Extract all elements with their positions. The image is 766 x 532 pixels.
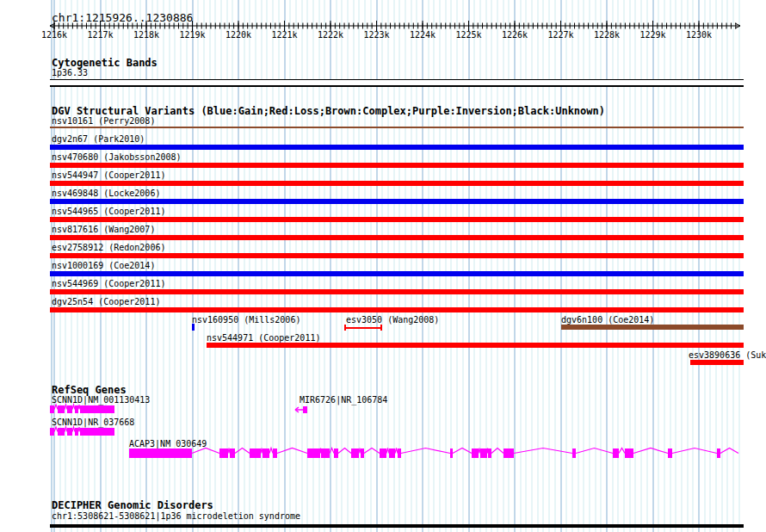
ibeam-cap-left xyxy=(344,325,346,331)
ruler-tick-label: 1225k xyxy=(455,30,481,40)
gene-label: MIR6726|NR_106784 xyxy=(300,395,387,405)
ruler-tick-label: 1230k xyxy=(686,30,712,40)
ruler xyxy=(0,0,766,47)
variant-bar[interactable] xyxy=(50,289,744,294)
variant-label: esv3050 (Wang2008) xyxy=(346,315,439,325)
variant-bar[interactable] xyxy=(690,360,744,365)
decipher-bar[interactable] xyxy=(50,524,744,528)
ruler-tick-label: 1223k xyxy=(363,30,389,40)
variant-bar[interactable] xyxy=(50,199,744,204)
ruler-tick-label: 1222k xyxy=(318,30,343,40)
variant-bar[interactable] xyxy=(561,325,744,330)
variant-bar[interactable] xyxy=(50,271,744,276)
ruler-tick-label: 1226k xyxy=(502,30,528,40)
variant-bar[interactable] xyxy=(207,343,744,348)
gene-label: SCNN1D|NM_001130413 xyxy=(52,395,150,405)
ruler-tick-label: 1221k xyxy=(271,30,297,40)
decipher-label: chr1:5308621-5308621|1p36 microdeletion … xyxy=(52,511,300,521)
variant-bar[interactable] xyxy=(50,127,744,128)
variant-label: dgv2n67 (Park2010) xyxy=(52,134,145,144)
variant-bar[interactable] xyxy=(50,235,744,240)
cytoband-label: 1p36.33 xyxy=(52,68,88,77)
variant-bar[interactable] xyxy=(50,307,744,312)
gene-label: SCNN1D|NR_037668 xyxy=(52,418,134,427)
ruler-tick-label: 1229k xyxy=(639,30,665,40)
ruler-tick-label: 1224k xyxy=(410,30,436,40)
variant-label: esv2758912 (Redon2006) xyxy=(52,243,165,252)
variant-label: nsv470680 (Jakobsson2008) xyxy=(52,152,182,162)
variant-label: dgv25n54 (Cooper2011) xyxy=(52,297,160,306)
variant-bar[interactable] xyxy=(192,324,195,331)
variant-label: esv3890636 (Suk xyxy=(689,350,766,360)
ruler-tick-label: 1227k xyxy=(547,30,573,40)
ibeam-line xyxy=(344,327,382,329)
ruler-tick-label: 1218k xyxy=(133,30,159,40)
variant-bar[interactable] xyxy=(50,253,744,258)
variant-label: nsv544969 (Cooper2011) xyxy=(52,279,165,288)
variant-label: nsv544965 (Cooper2011) xyxy=(52,207,165,216)
variant-bar[interactable] xyxy=(50,145,744,150)
gene-label: ACAP3|NM_030649 xyxy=(129,439,207,448)
ibeam-cap-right xyxy=(380,325,382,331)
variant-label: nsv160950 (Mills2006) xyxy=(192,315,300,325)
variant-bar[interactable] xyxy=(344,325,382,331)
cytoband-bar[interactable] xyxy=(50,79,744,87)
variant-label: nsv1000169 (Coe2014) xyxy=(52,261,155,270)
variant-bar[interactable] xyxy=(50,163,744,168)
cytoband-header: Cytogenetic Bands xyxy=(52,58,158,68)
refseq-header: RefSeq Genes xyxy=(52,385,127,395)
variant-label: nsv469848 (Locke2006) xyxy=(52,189,160,198)
decipher-header: DECIPHER Genomic Disorders xyxy=(52,500,213,510)
variant-bar[interactable] xyxy=(50,181,744,186)
ruler-tick-label: 1220k xyxy=(225,30,251,40)
ruler-tick-label: 1216k xyxy=(41,30,67,40)
variant-label: nsv544947 (Cooper2011) xyxy=(52,170,165,180)
variant-bar[interactable] xyxy=(50,217,744,222)
dgv-header: DGV Structural Variants (Blue:Gain;Red:L… xyxy=(52,106,605,116)
genome-browser: chr1:1215926..1230886 1216k1217k1218k121… xyxy=(0,0,766,532)
variant-label: nsv817616 (Wang2007) xyxy=(52,225,155,234)
ruler-tick-label: 1228k xyxy=(594,30,620,40)
ruler-tick-label: 1219k xyxy=(179,30,205,40)
ruler-tick-label: 1217k xyxy=(87,30,113,40)
variant-label: nsv544971 (Cooper2011) xyxy=(207,333,320,343)
variant-label: dgv6n100 (Coe2014) xyxy=(561,315,654,325)
variant-label: nsv10161 (Perry2008) xyxy=(52,116,155,126)
